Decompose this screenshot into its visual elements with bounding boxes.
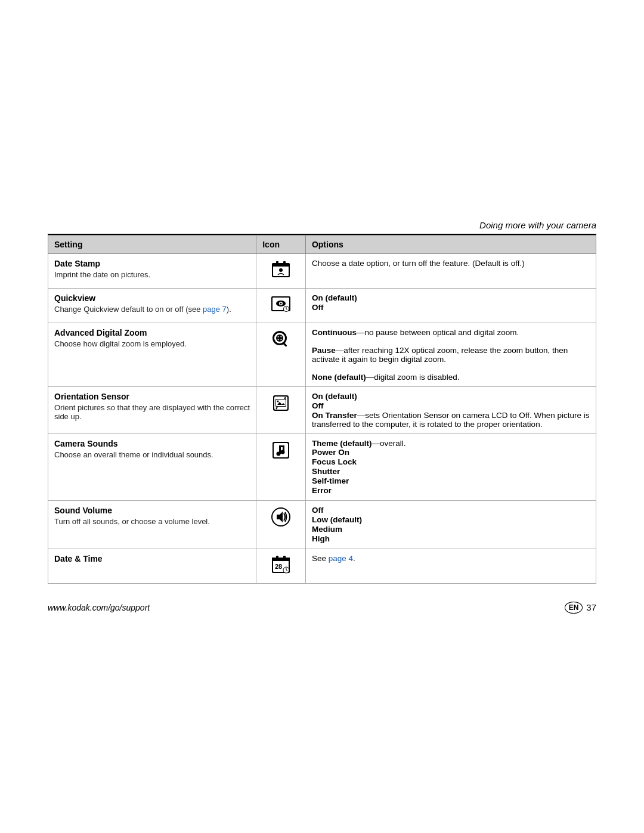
options-volume-medium: Medium [312, 525, 590, 534]
options-cell-adv-zoom: Continuous—no pause between optical and … [305, 323, 596, 386]
icon-cell-datetime: 28 [256, 549, 306, 583]
quickview-page-link[interactable]: page 7 [203, 305, 227, 314]
icon-cell-volume [256, 500, 306, 549]
options-volume-high: High [312, 534, 590, 543]
setting-cell-volume: Sound Volume Turn off all sounds, or cho… [48, 500, 256, 549]
icon-cell-adv-zoom [256, 323, 306, 386]
col-header-options: Options [305, 235, 596, 253]
icon-cell-quickview [256, 288, 306, 323]
svg-rect-20 [277, 337, 282, 339]
svg-point-29 [277, 400, 279, 402]
setting-desc-sounds: Choose an overall theme or individual so… [54, 450, 213, 459]
options-text-date-stamp: Choose a date option, or turn off the fe… [312, 259, 525, 268]
setting-title-date-stamp: Date Stamp [54, 259, 250, 268]
setting-desc-orientation: Orient pictures so that they are display… [54, 403, 250, 421]
svg-rect-4 [273, 264, 289, 267]
table-row: Quickview Change Quickview default to on… [48, 288, 596, 323]
col-header-icon: Icon [256, 235, 306, 253]
options-adv-zoom-pause: Pause—after reaching 12X optical zoom, r… [312, 346, 568, 364]
options-volume-off: Off [312, 506, 590, 515]
svg-point-36 [281, 450, 285, 454]
table-row: Date Stamp Imprint the date on pictures. [48, 253, 596, 288]
table-row: Date & Time 28 [48, 549, 596, 583]
icon-cell-orientation [256, 386, 306, 433]
options-volume-low: Low (default) [312, 515, 590, 524]
quickview-icon [270, 293, 292, 316]
setting-cell-date-stamp: Date Stamp Imprint the date on pictures. [48, 253, 256, 288]
setting-title-orientation: Orientation Sensor [54, 392, 250, 401]
svg-rect-42 [272, 558, 290, 561]
header-title: Doing more with your camera [479, 220, 596, 230]
svg-point-34 [277, 451, 281, 456]
camera-sounds-icon [270, 439, 292, 462]
datetime-page-link[interactable]: page 4 [329, 554, 353, 563]
setting-cell-datetime: Date & Time [48, 549, 256, 583]
options-cell-sounds: Theme (default)—overall. Power On Focus … [305, 433, 596, 500]
col-header-setting: Setting [48, 235, 256, 253]
options-cell-quickview: On (default) Off [305, 288, 596, 323]
setting-cell-adv-zoom: Advanced Digital Zoom Choose how digital… [48, 323, 256, 386]
setting-title-datetime: Date & Time [54, 554, 250, 563]
icon-cell-date-stamp [256, 253, 306, 288]
setting-title-quickview: Quickview [54, 293, 250, 303]
options-adv-zoom-continuous: Continuous—no pause between optical and … [312, 328, 519, 337]
options-text-datetime: See page 4. [312, 554, 355, 563]
table-row: Camera Sounds Choose an overall theme or… [48, 433, 596, 500]
setting-cell-quickview: Quickview Change Quickview default to on… [48, 288, 256, 323]
options-orientation-off: Off [312, 401, 590, 410]
setting-desc-quickview: Change Quickview default to on or off (s… [54, 305, 231, 314]
setting-desc-date-stamp: Imprint the date on pictures. [54, 270, 150, 279]
setting-cell-sounds: Camera Sounds Choose an overall theme or… [48, 433, 256, 500]
settings-table: Setting Icon Options Date Stamp Imprint … [48, 235, 596, 584]
options-sounds-shutter: Shutter [312, 467, 590, 476]
svg-rect-48 [283, 556, 286, 559]
orientation-icon [270, 392, 292, 414]
options-adv-zoom-none: None (default)—digital zoom is disabled. [312, 373, 460, 382]
footer-url: www.kodak.com/go/support [48, 603, 150, 612]
options-sounds-poweron: Power On [312, 448, 590, 457]
page-header: Doing more with your camera [48, 220, 596, 235]
options-cell-date-stamp: Choose a date option, or turn off the fe… [305, 253, 596, 288]
options-sounds-focuslock: Focus Lock [312, 457, 590, 466]
footer-page-number: EN 37 [565, 602, 596, 614]
options-off: Off [312, 303, 590, 312]
setting-title-adv-zoom: Advanced Digital Zoom [54, 328, 250, 337]
date-stamp-icon [270, 259, 292, 281]
page-number: 37 [586, 602, 596, 612]
options-cell-volume: Off Low (default) Medium High [305, 500, 596, 549]
options-cell-datetime: See page 4. [305, 549, 596, 583]
options-sounds-theme: Theme (default)—overall. [312, 439, 406, 448]
svg-point-10 [280, 302, 282, 304]
table-row: Orientation Sensor Orient pictures so th… [48, 386, 596, 433]
table-row: Advanced Digital Zoom Choose how digital… [48, 323, 596, 386]
sound-volume-icon [270, 506, 292, 528]
en-badge: EN [565, 602, 583, 614]
date-time-icon: 28 [270, 554, 292, 577]
options-orientation-on: On (default) [312, 392, 590, 401]
icon-cell-sounds [256, 433, 306, 500]
options-on-default: On (default) [312, 293, 590, 302]
svg-rect-47 [276, 556, 278, 559]
adv-zoom-icon [270, 328, 292, 351]
table-row: Sound Volume Turn off all sounds, or cho… [48, 500, 596, 549]
page-footer: www.kodak.com/go/support EN 37 [48, 602, 596, 614]
svg-point-5 [279, 268, 283, 272]
setting-cell-orientation: Orientation Sensor Orient pictures so th… [48, 386, 256, 433]
options-sounds-error: Error [312, 486, 590, 495]
setting-desc-adv-zoom: Choose how digital zoom is employed. [54, 339, 187, 348]
setting-desc-volume: Turn off all sounds, or choose a volume … [54, 517, 210, 526]
options-sounds-selftimer: Self-timer [312, 476, 590, 485]
setting-title-sounds: Camera Sounds [54, 439, 250, 448]
options-cell-orientation: On (default) Off On Transfer—sets Orient… [305, 386, 596, 433]
svg-text:28: 28 [275, 563, 282, 570]
svg-rect-33 [279, 445, 284, 447]
options-orientation-transfer: On Transfer—sets Orientation Sensor on c… [312, 411, 590, 429]
setting-title-volume: Sound Volume [54, 506, 250, 515]
